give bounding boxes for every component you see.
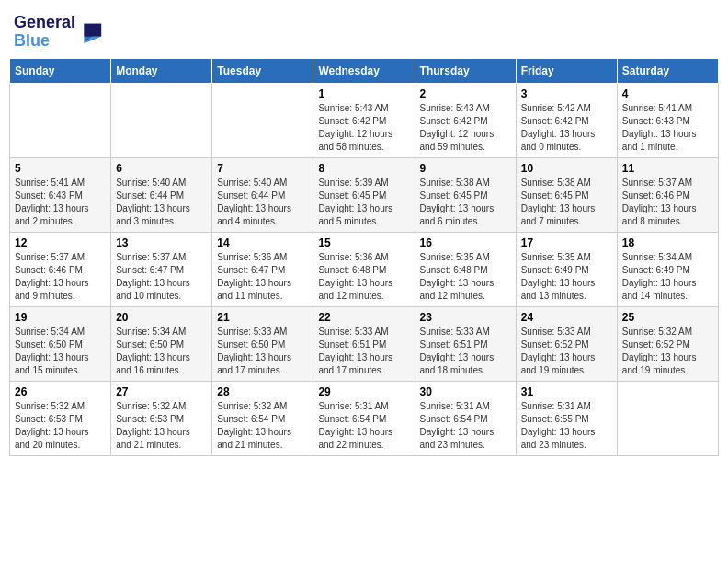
- week-row-2: 5Sunrise: 5:41 AM Sunset: 6:43 PM Daylig…: [10, 157, 719, 232]
- calendar-cell: 4Sunrise: 5:41 AM Sunset: 6:43 PM Daylig…: [617, 83, 718, 157]
- day-info: Sunrise: 5:41 AM Sunset: 6:43 PM Dayligh…: [622, 102, 713, 154]
- calendar-cell: 29Sunrise: 5:31 AM Sunset: 6:54 PM Dayli…: [313, 381, 415, 455]
- week-row-5: 26Sunrise: 5:32 AM Sunset: 6:53 PM Dayli…: [10, 381, 719, 455]
- calendar-cell: 8Sunrise: 5:39 AM Sunset: 6:45 PM Daylig…: [313, 157, 415, 232]
- calendar-cell: 21Sunrise: 5:33 AM Sunset: 6:50 PM Dayli…: [212, 306, 313, 381]
- calendar-cell: 1Sunrise: 5:43 AM Sunset: 6:42 PM Daylig…: [313, 83, 415, 157]
- day-number: 22: [318, 311, 409, 324]
- day-info: Sunrise: 5:43 AM Sunset: 6:42 PM Dayligh…: [420, 102, 511, 154]
- calendar-cell: 11Sunrise: 5:37 AM Sunset: 6:46 PM Dayli…: [617, 157, 718, 232]
- calendar-cell: 2Sunrise: 5:43 AM Sunset: 6:42 PM Daylig…: [415, 83, 516, 157]
- week-row-3: 12Sunrise: 5:37 AM Sunset: 6:46 PM Dayli…: [10, 232, 719, 306]
- day-number: 26: [15, 385, 106, 398]
- day-number: 17: [521, 236, 612, 249]
- calendar-cell: 26Sunrise: 5:32 AM Sunset: 6:53 PM Dayli…: [10, 381, 111, 455]
- calendar-cell: 27Sunrise: 5:32 AM Sunset: 6:53 PM Dayli…: [111, 381, 212, 455]
- day-info: Sunrise: 5:33 AM Sunset: 6:51 PM Dayligh…: [318, 326, 409, 377]
- calendar-cell: 13Sunrise: 5:37 AM Sunset: 6:47 PM Dayli…: [111, 232, 212, 306]
- day-info: Sunrise: 5:36 AM Sunset: 6:48 PM Dayligh…: [318, 251, 409, 303]
- day-info: Sunrise: 5:31 AM Sunset: 6:54 PM Dayligh…: [420, 400, 511, 452]
- day-info: Sunrise: 5:42 AM Sunset: 6:42 PM Dayligh…: [521, 102, 612, 154]
- calendar-cell: 6Sunrise: 5:40 AM Sunset: 6:44 PM Daylig…: [111, 157, 212, 232]
- calendar-cell: 31Sunrise: 5:31 AM Sunset: 6:55 PM Dayli…: [516, 381, 617, 455]
- calendar-table: SundayMondayTuesdayWednesdayThursdayFrid…: [9, 58, 719, 456]
- day-info: Sunrise: 5:37 AM Sunset: 6:46 PM Dayligh…: [622, 177, 713, 228]
- calendar-cell: 20Sunrise: 5:34 AM Sunset: 6:50 PM Dayli…: [111, 306, 212, 381]
- calendar-cell: 22Sunrise: 5:33 AM Sunset: 6:51 PM Dayli…: [313, 306, 415, 381]
- day-info: Sunrise: 5:31 AM Sunset: 6:54 PM Dayligh…: [318, 400, 409, 452]
- weekday-header-monday: Monday: [111, 58, 212, 83]
- page-header: GeneralBlue: [9, 9, 719, 51]
- calendar-cell: 23Sunrise: 5:33 AM Sunset: 6:51 PM Dayli…: [415, 306, 516, 381]
- calendar-cell: [10, 83, 111, 157]
- day-number: 25: [622, 311, 713, 324]
- week-row-1: 1Sunrise: 5:43 AM Sunset: 6:42 PM Daylig…: [10, 83, 719, 157]
- weekday-header-sunday: Sunday: [10, 58, 111, 83]
- calendar-cell: 17Sunrise: 5:35 AM Sunset: 6:49 PM Dayli…: [516, 232, 617, 306]
- calendar-cell: 15Sunrise: 5:36 AM Sunset: 6:48 PM Dayli…: [313, 232, 415, 306]
- day-number: 6: [116, 162, 207, 175]
- day-number: 27: [116, 385, 207, 398]
- day-number: 19: [15, 311, 106, 324]
- day-info: Sunrise: 5:34 AM Sunset: 6:50 PM Dayligh…: [116, 326, 207, 377]
- day-info: Sunrise: 5:32 AM Sunset: 6:53 PM Dayligh…: [116, 400, 207, 452]
- day-number: 10: [521, 162, 612, 175]
- day-number: 4: [622, 87, 713, 100]
- day-number: 29: [318, 385, 409, 398]
- day-number: 9: [420, 162, 511, 175]
- calendar-cell: 3Sunrise: 5:42 AM Sunset: 6:42 PM Daylig…: [516, 83, 617, 157]
- calendar-cell: 7Sunrise: 5:40 AM Sunset: 6:44 PM Daylig…: [212, 157, 313, 232]
- day-info: Sunrise: 5:39 AM Sunset: 6:45 PM Dayligh…: [318, 177, 409, 228]
- weekday-header-friday: Friday: [516, 58, 617, 83]
- day-number: 14: [217, 236, 308, 249]
- day-info: Sunrise: 5:32 AM Sunset: 6:54 PM Dayligh…: [217, 400, 308, 452]
- calendar-cell: [212, 83, 313, 157]
- day-info: Sunrise: 5:33 AM Sunset: 6:50 PM Dayligh…: [217, 326, 308, 377]
- day-info: Sunrise: 5:32 AM Sunset: 6:52 PM Dayligh…: [622, 326, 713, 377]
- svg-marker-1: [85, 23, 102, 36]
- day-number: 5: [15, 162, 106, 175]
- weekday-header-row: SundayMondayTuesdayWednesdayThursdayFrid…: [10, 58, 719, 83]
- calendar-cell: 14Sunrise: 5:36 AM Sunset: 6:47 PM Dayli…: [212, 232, 313, 306]
- calendar-cell: 10Sunrise: 5:38 AM Sunset: 6:45 PM Dayli…: [516, 157, 617, 232]
- day-info: Sunrise: 5:37 AM Sunset: 6:46 PM Dayligh…: [15, 251, 106, 303]
- day-info: Sunrise: 5:37 AM Sunset: 6:47 PM Dayligh…: [116, 251, 207, 303]
- day-number: 7: [217, 162, 308, 175]
- day-number: 1: [318, 87, 409, 100]
- day-info: Sunrise: 5:33 AM Sunset: 6:52 PM Dayligh…: [521, 326, 612, 377]
- day-info: Sunrise: 5:34 AM Sunset: 6:49 PM Dayligh…: [622, 251, 713, 303]
- calendar-cell: 12Sunrise: 5:37 AM Sunset: 6:46 PM Dayli…: [10, 232, 111, 306]
- calendar-cell: [617, 381, 718, 455]
- day-number: 21: [217, 311, 308, 324]
- day-info: Sunrise: 5:38 AM Sunset: 6:45 PM Dayligh…: [521, 177, 612, 228]
- day-info: Sunrise: 5:41 AM Sunset: 6:43 PM Dayligh…: [15, 177, 106, 228]
- day-number: 28: [217, 385, 308, 398]
- day-info: Sunrise: 5:40 AM Sunset: 6:44 PM Dayligh…: [217, 177, 308, 228]
- weekday-header-wednesday: Wednesday: [313, 58, 415, 83]
- calendar-cell: 18Sunrise: 5:34 AM Sunset: 6:49 PM Dayli…: [617, 232, 718, 306]
- day-info: Sunrise: 5:31 AM Sunset: 6:55 PM Dayligh…: [521, 400, 612, 452]
- calendar-cell: 30Sunrise: 5:31 AM Sunset: 6:54 PM Dayli…: [415, 381, 516, 455]
- day-info: Sunrise: 5:33 AM Sunset: 6:51 PM Dayligh…: [420, 326, 511, 377]
- day-number: 20: [116, 311, 207, 324]
- day-number: 31: [521, 385, 612, 398]
- day-number: 8: [318, 162, 409, 175]
- day-number: 23: [420, 311, 511, 324]
- calendar-cell: 16Sunrise: 5:35 AM Sunset: 6:48 PM Dayli…: [415, 232, 516, 306]
- calendar-cell: 28Sunrise: 5:32 AM Sunset: 6:54 PM Dayli…: [212, 381, 313, 455]
- day-info: Sunrise: 5:32 AM Sunset: 6:53 PM Dayligh…: [15, 400, 106, 452]
- calendar-cell: [111, 83, 212, 157]
- calendar-cell: 24Sunrise: 5:33 AM Sunset: 6:52 PM Dayli…: [516, 306, 617, 381]
- day-number: 15: [318, 236, 409, 249]
- day-info: Sunrise: 5:35 AM Sunset: 6:49 PM Dayligh…: [521, 251, 612, 303]
- calendar-cell: 25Sunrise: 5:32 AM Sunset: 6:52 PM Dayli…: [617, 306, 718, 381]
- day-info: Sunrise: 5:40 AM Sunset: 6:44 PM Dayligh…: [116, 177, 207, 228]
- day-info: Sunrise: 5:35 AM Sunset: 6:48 PM Dayligh…: [420, 251, 511, 303]
- day-number: 13: [116, 236, 207, 249]
- logo-icon: [77, 19, 103, 45]
- day-info: Sunrise: 5:43 AM Sunset: 6:42 PM Dayligh…: [318, 102, 409, 154]
- logo: GeneralBlue: [14, 14, 103, 51]
- day-number: 3: [521, 87, 612, 100]
- day-number: 30: [420, 385, 511, 398]
- day-info: Sunrise: 5:36 AM Sunset: 6:47 PM Dayligh…: [217, 251, 308, 303]
